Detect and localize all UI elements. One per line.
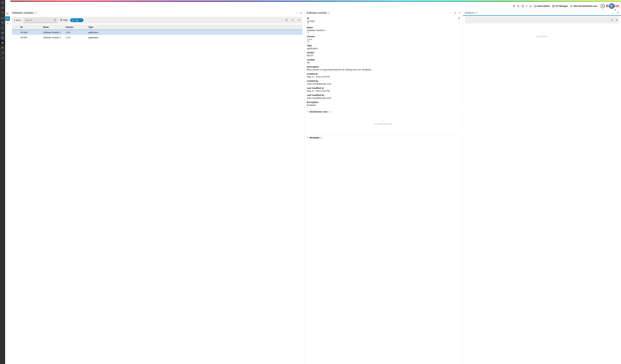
svg-point-3 (2, 52, 3, 53)
th-name: Name (43, 26, 66, 28)
chip-remove-icon[interactable]: ✕ (80, 19, 82, 21)
drag-icon (382, 120, 385, 122)
inner-menu-icon[interactable] (5, 12, 10, 16)
share-icon[interactable] (513, 5, 515, 7)
inner-settings-button[interactable] (5, 21, 10, 26)
sidebar-item-package-down[interactable] (0, 35, 5, 40)
expand-icon[interactable] (453, 12, 457, 14)
brand-ring-icon (601, 4, 605, 8)
minimize-icon[interactable]: — (611, 11, 615, 14)
software-modules-panel: Software modules — 2 items (10, 10, 304, 364)
minimize-icon[interactable]: — (295, 11, 298, 14)
svg-point-9 (571, 5, 572, 6)
info-icon[interactable] (320, 137, 322, 139)
user-menu[interactable]: John.Doe@domain.com (570, 5, 597, 7)
svg-point-4 (513, 6, 514, 6)
metadata-toggle[interactable]: Metadata (307, 136, 460, 139)
chip-label: by Type (72, 19, 79, 21)
search-icon[interactable] (54, 19, 56, 21)
search-input-wrapper (24, 17, 58, 23)
label-created-at: Created at (307, 73, 460, 75)
cell-name: Software Module 1 (43, 31, 66, 34)
sidebar-item-swap[interactable] (0, 25, 5, 30)
sidebar-item-stats[interactable] (0, 55, 5, 60)
info-icon[interactable] (328, 111, 331, 113)
value-description: Beta version of upcoming features for te… (307, 68, 460, 71)
svg-point-5 (514, 5, 515, 6)
user-icon (570, 5, 572, 7)
sidebar-item-software-modules[interactable] (0, 40, 5, 45)
label-modified-by: Last modified by (307, 94, 460, 96)
close-icon[interactable]: ✕ (458, 11, 461, 14)
item-count: 2 items (13, 19, 22, 21)
cell-name: Software module 3 (43, 36, 66, 39)
svg-point-6 (514, 6, 515, 7)
sidebar-item-search[interactable] (0, 10, 5, 15)
label-encryption: Encryption (307, 101, 460, 103)
label-locked: Locked (307, 59, 460, 61)
table-row[interactable]: 247497 Software module 3 1.0.0 applicati… (12, 35, 303, 40)
value-modified-by: John.Doe@domain.com (307, 97, 460, 99)
value-version: 1.0.0 (307, 38, 312, 41)
svg-point-13 (54, 19, 56, 21)
dist-sets-title: Distribution sets (310, 110, 328, 113)
info-icon[interactable] (475, 12, 478, 14)
cell-version: 1.0.0 (66, 31, 88, 34)
svg-point-14 (293, 20, 293, 20)
view-switcher-sidebar (5, 10, 10, 364)
artifacts-empty: No Artifacts (463, 32, 621, 38)
refresh-icon[interactable] (284, 19, 289, 21)
th-id: ID (20, 26, 43, 28)
settings-icon[interactable] (290, 19, 295, 21)
tools-icon[interactable] (458, 17, 460, 20)
callout-badge: 1 (609, 3, 614, 9)
dist-sets-empty-text: No distribution sets (375, 123, 393, 125)
table-view-button[interactable] (5, 16, 10, 21)
artifacts-toolbar (465, 17, 619, 23)
callout-number: 1 (611, 4, 612, 8)
label-created-by: Created by (307, 80, 460, 82)
phone-icon[interactable] (517, 5, 519, 7)
dist-sets-empty: No distribution sets (307, 113, 460, 133)
svg-rect-18 (307, 41, 309, 42)
menu-icon[interactable] (1, 0, 4, 5)
subscription-label: Subscription (537, 5, 550, 7)
info-icon[interactable] (328, 12, 330, 14)
label-version: Version (307, 35, 460, 38)
settings-icon[interactable] (611, 19, 613, 21)
add-artifact-icon[interactable] (615, 19, 618, 21)
label-type: Type (307, 44, 460, 47)
search-input[interactable] (25, 19, 54, 21)
artifacts-panel: Artifacts — No A (463, 10, 621, 364)
iot-manager-button[interactable]: IoT Manager (552, 5, 568, 7)
book-icon[interactable] (521, 5, 524, 7)
bell-icon[interactable] (529, 5, 532, 7)
add-icon[interactable] (297, 19, 302, 21)
subscription-button[interactable]: Subscription (534, 5, 550, 7)
sidebar-item-settings[interactable] (0, 50, 5, 55)
app-sidebar (0, 0, 5, 364)
copy-icon[interactable] (307, 22, 460, 24)
sidebar-item-folder[interactable] (0, 15, 5, 20)
label-modified-at: Last modified at (307, 87, 460, 89)
software-module-detail-panel: Software module — ✕ ID 247495 Name Softw… (304, 10, 463, 364)
filter-chip-type[interactable]: by Type ✕ (70, 18, 83, 22)
distribution-sets-toggle[interactable]: Distribution sets (307, 110, 460, 113)
sidebar-item-filter[interactable] (0, 20, 5, 25)
minimize-icon[interactable]: — (449, 11, 452, 14)
sidebar-item-users[interactable] (0, 45, 5, 50)
sidebar-item-package-up[interactable] (0, 30, 5, 35)
copy-icon[interactable] (307, 41, 460, 43)
legal-icon[interactable]: § (526, 5, 527, 7)
sidebar-item-home[interactable] (0, 5, 5, 10)
expand-icon[interactable] (299, 12, 303, 14)
label-description: Description (307, 66, 460, 68)
value-created-at: May 27, 2024 9:26 PM (307, 75, 460, 78)
svg-point-22 (612, 20, 612, 20)
filter-button[interactable]: Filter (59, 19, 69, 21)
info-icon[interactable] (34, 12, 37, 14)
copy-icon[interactable] (307, 32, 460, 33)
modules-table: ID Name Version Type 247495 Software Mod… (12, 24, 303, 40)
table-row[interactable]: 247495 Software Module 1 1.0.0 applicati… (12, 30, 303, 35)
expand-icon[interactable] (616, 12, 620, 14)
